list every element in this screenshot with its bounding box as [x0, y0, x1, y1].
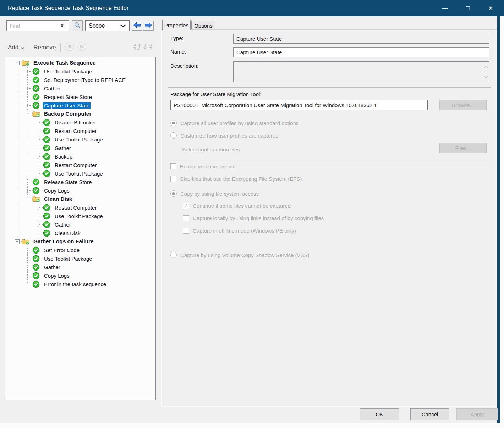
tree-item-label[interactable]: Use Toolkit Package — [53, 213, 104, 219]
tree-step-row[interactable]: Use Toolkit Package — [5, 67, 155, 76]
rollback-list-button[interactable] — [132, 43, 142, 53]
tree-step-row[interactable]: Disable BitLocker — [5, 118, 155, 127]
move-down-button[interactable] — [77, 42, 87, 53]
tree-item-label[interactable]: Set Error Code — [43, 247, 81, 254]
checkbox-skip-efs[interactable]: Skip files that use the Encrypting File … — [170, 176, 302, 182]
tree-item-label[interactable]: Clean Disk — [53, 230, 82, 237]
find-next-button[interactable] — [143, 21, 154, 31]
tree-step-row[interactable]: Use Toolkit Package — [5, 135, 155, 144]
tree-step-row[interactable]: Set Error Code — [5, 246, 155, 254]
tree-step-row[interactable]: Use Toolkit Package — [5, 212, 155, 220]
tree-step-row[interactable]: Gather — [5, 84, 155, 93]
description-scrollbar[interactable] — [482, 62, 489, 82]
tree-item-label[interactable]: Gather — [53, 221, 72, 228]
scroll-down-icon[interactable] — [484, 73, 488, 80]
tree-item-label[interactable]: Set DeploymentType to REPLACE — [43, 77, 127, 83]
tree-item-label[interactable]: Gather — [53, 145, 72, 151]
tree-step-row[interactable]: Use Toolkit Package — [5, 169, 155, 178]
tree-item-label[interactable]: Use Toolkit Package — [53, 170, 104, 177]
tree-item-label[interactable]: Execute Task Sequence — [32, 59, 97, 66]
tree-group-row[interactable]: −Backup Computer — [5, 110, 155, 118]
tree-item-label[interactable]: Copy Logs — [43, 187, 71, 194]
tree-step-row[interactable]: Backup — [5, 152, 155, 161]
radio-icon[interactable] — [170, 190, 177, 197]
tree-step-row[interactable]: Capture User State — [5, 101, 155, 110]
scroll-up-icon[interactable] — [484, 63, 488, 70]
tree-step-row[interactable]: Error in the task sequence — [5, 280, 155, 288]
checkbox-icon[interactable] — [170, 176, 176, 182]
tree-group-row[interactable]: −Gather Logs on Failure — [5, 237, 155, 246]
expander-minus-icon[interactable]: − — [23, 110, 32, 118]
tab-options[interactable]: Options — [191, 21, 215, 30]
tree-step-row[interactable]: Restart Computer — [5, 203, 155, 212]
minimize-button[interactable]: — — [434, 0, 456, 16]
checkbox-icon[interactable] — [183, 215, 189, 221]
radio-file-system-access[interactable]: Copy by using file system access — [170, 190, 259, 197]
tree-item-label[interactable]: Clean Disk — [43, 195, 73, 202]
tree-item-label[interactable]: Gather — [43, 85, 62, 92]
maximize-button[interactable]: □ — [456, 0, 479, 16]
expander-minus-icon[interactable]: − — [23, 195, 32, 203]
tree-item-label[interactable]: Copy Logs — [43, 272, 71, 279]
ok-button[interactable]: OK — [360, 408, 399, 420]
close-button[interactable]: ✕ — [479, 0, 502, 16]
radio-icon[interactable] — [170, 120, 177, 126]
tree-item-label[interactable]: Use Toolkit Package — [53, 136, 104, 143]
tree-step-row[interactable]: Set DeploymentType to REPLACE — [5, 76, 155, 84]
tree-group-row[interactable]: −Clean Disk — [5, 195, 155, 203]
title-bar[interactable]: Replace Task Sequence Task Sequence Edit… — [0, 0, 504, 16]
tree-item-label[interactable]: Release State Store — [43, 179, 93, 185]
radio-icon[interactable] — [170, 132, 177, 139]
description-field[interactable] — [233, 61, 489, 82]
tree-step-row[interactable]: Release State Store — [5, 178, 155, 186]
tree-item-label[interactable]: Restart Computer — [53, 204, 98, 211]
tree-step-row[interactable]: Gather — [5, 263, 155, 271]
checkbox-icon[interactable] — [183, 228, 189, 234]
tree-step-row[interactable]: Restart Computer — [5, 127, 155, 135]
tree-item-label[interactable]: Backup Computer — [43, 110, 93, 117]
clear-find-icon[interactable]: x — [59, 22, 65, 29]
tree-item-label[interactable]: Request State Store — [43, 94, 93, 100]
checkbox-capture-locally-links[interactable]: Capture locally by using links instead o… — [183, 215, 324, 221]
find-previous-button[interactable] — [132, 21, 142, 31]
tree-item-label[interactable]: Capture User State — [43, 102, 91, 109]
browse-button[interactable]: Browse... — [439, 100, 487, 110]
move-up-button[interactable] — [65, 42, 75, 53]
checkbox-continue-on-error[interactable]: Continue if some files cannot be capture… — [183, 203, 291, 209]
tree-item-label[interactable]: Restart Computer — [53, 128, 98, 134]
scope-dropdown[interactable]: Scope — [85, 20, 130, 31]
tree-step-row[interactable]: Request State Store — [5, 93, 155, 101]
tree-item-label[interactable]: Backup — [53, 153, 74, 160]
add-button[interactable]: Add — [8, 44, 24, 51]
checkbox-icon[interactable] — [170, 163, 176, 169]
tree-item-label[interactable]: Gather Logs on Failure — [32, 238, 95, 245]
tree-step-row[interactable]: Use Toolkit Package — [5, 254, 155, 263]
package-field[interactable] — [170, 100, 428, 110]
tree-step-row[interactable]: Gather — [5, 220, 155, 229]
checkbox-icon[interactable] — [183, 203, 189, 209]
tree-step-row[interactable]: Gather — [5, 144, 155, 152]
tree-item-label[interactable]: Restart Computer — [53, 162, 98, 168]
checkbox-verbose-logging[interactable]: Enable verbose logging — [170, 163, 236, 169]
type-field[interactable] — [233, 34, 489, 44]
tree-step-row[interactable]: Restart Computer — [5, 161, 155, 169]
tree-group-row[interactable]: −Execute Task Sequence — [5, 59, 155, 67]
tree-item-label[interactable]: Use Toolkit Package — [43, 255, 94, 262]
tree-item-label[interactable]: Error in the task sequence — [43, 281, 108, 288]
name-field[interactable] — [233, 47, 489, 57]
tree-item-label[interactable]: Gather — [43, 264, 62, 271]
tree-step-row[interactable]: Clean Disk — [5, 229, 155, 237]
cancel-button[interactable]: Cancel — [410, 408, 449, 420]
expander-minus-icon[interactable]: − — [12, 237, 22, 246]
tree-item-label[interactable]: Disable BitLocker — [53, 119, 98, 126]
tree-step-row[interactable]: Copy Logs — [5, 186, 155, 195]
radio-icon[interactable] — [170, 252, 177, 258]
task-sequence-tree[interactable]: −Execute Task SequenceUse Toolkit Packag… — [5, 57, 156, 400]
radio-vss[interactable]: Capture by using Volume Copy Shadow Serv… — [170, 252, 309, 258]
tree-step-row[interactable]: Copy Logs — [5, 271, 155, 280]
tree-item-label[interactable]: Use Toolkit Package — [43, 68, 94, 75]
checkbox-offline-mode[interactable]: Capture in off-line mode (Windows PE onl… — [183, 228, 296, 234]
apply-button[interactable]: Apply — [456, 408, 498, 420]
remove-button[interactable]: Remove — [33, 44, 56, 51]
files-button[interactable]: Files... — [439, 143, 487, 153]
